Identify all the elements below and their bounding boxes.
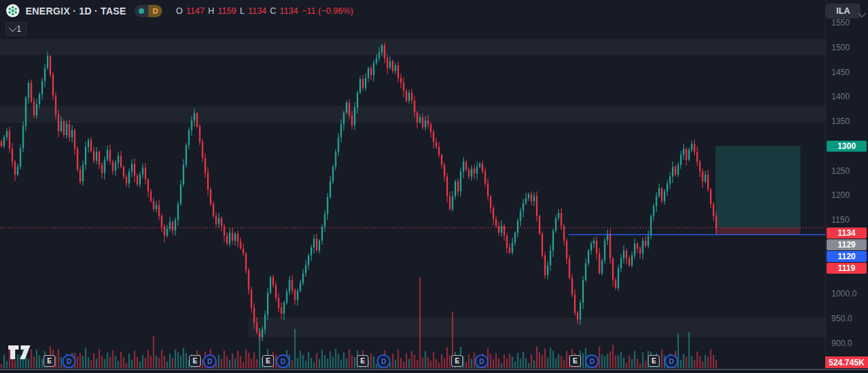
loss-zone[interactable] bbox=[716, 228, 800, 234]
candle-body bbox=[716, 216, 717, 228]
chevron-down-icon bbox=[9, 24, 17, 32]
chart-legend: ENERGIX · 1D · TASE D O1147 H1159 L1134 … bbox=[6, 3, 353, 18]
candle-body bbox=[675, 167, 676, 174]
earnings-marker[interactable]: E bbox=[569, 355, 581, 367]
candle bbox=[539, 214, 540, 235]
candle-body bbox=[520, 211, 521, 221]
candle-body bbox=[264, 314, 266, 329]
volume-bar bbox=[408, 359, 410, 368]
candle-body bbox=[55, 96, 57, 114]
volume-bar bbox=[493, 359, 494, 368]
price-chart[interactable] bbox=[0, 0, 868, 373]
profit-zone[interactable] bbox=[716, 146, 800, 228]
earnings-marker[interactable]: E bbox=[189, 355, 201, 367]
volume-bar bbox=[707, 356, 709, 368]
volume-bar bbox=[683, 354, 684, 368]
volume-bar bbox=[142, 355, 144, 368]
volume-bar bbox=[319, 359, 320, 368]
dividend-marker[interactable]: D bbox=[62, 354, 76, 368]
candle bbox=[74, 129, 75, 155]
dividend-marker[interactable]: D bbox=[377, 354, 391, 368]
volume-bar bbox=[400, 358, 402, 368]
volume-bar bbox=[82, 356, 83, 368]
volume-bar bbox=[224, 350, 225, 368]
volume-bar bbox=[152, 336, 154, 368]
candle-body bbox=[476, 167, 477, 174]
candle-body bbox=[615, 280, 616, 288]
candle bbox=[452, 191, 453, 212]
volume-bar bbox=[511, 356, 513, 368]
current-price-label[interactable]: 1134 bbox=[827, 228, 867, 239]
candle-body bbox=[224, 226, 225, 236]
candle-body bbox=[221, 218, 222, 225]
candle bbox=[365, 73, 366, 91]
currency-button[interactable]: ILA bbox=[826, 3, 860, 19]
candle-body bbox=[533, 196, 535, 201]
chevron-down-icon[interactable] bbox=[858, 8, 864, 20]
candle bbox=[137, 174, 138, 187]
candle-body bbox=[647, 236, 649, 245]
candle bbox=[322, 224, 323, 244]
candle bbox=[699, 160, 700, 177]
dividend-marker[interactable]: D bbox=[276, 354, 290, 368]
long-position-tool[interactable] bbox=[716, 146, 800, 235]
candle bbox=[612, 257, 613, 287]
candle-body bbox=[180, 185, 181, 205]
candle bbox=[661, 187, 662, 203]
candle-body bbox=[308, 255, 309, 265]
candle bbox=[514, 231, 515, 245]
earnings-marker[interactable]: E bbox=[262, 355, 274, 367]
line-price-label[interactable]: 1120 bbox=[827, 251, 867, 262]
volume-bar bbox=[433, 352, 434, 368]
candle bbox=[235, 232, 236, 245]
candle-body bbox=[226, 236, 228, 243]
adjustment-toggle[interactable]: D bbox=[135, 5, 162, 17]
legend-collapse-button[interactable]: 1 bbox=[6, 22, 27, 36]
price-tick: 1450 bbox=[831, 68, 850, 77]
target-price-label[interactable]: 1300 bbox=[827, 141, 867, 152]
volume-bar bbox=[550, 347, 551, 368]
earnings-marker[interactable]: E bbox=[648, 355, 660, 367]
candle bbox=[569, 255, 570, 280]
candle-body bbox=[558, 213, 559, 218]
candle bbox=[275, 281, 277, 301]
candle bbox=[9, 127, 10, 153]
candle-body bbox=[242, 248, 244, 253]
dividend-marker[interactable]: D bbox=[475, 354, 489, 368]
volume-bar bbox=[501, 363, 502, 368]
candle-body bbox=[642, 241, 644, 254]
entry-price-label[interactable]: 1129 bbox=[827, 239, 867, 250]
earnings-marker[interactable]: E bbox=[357, 355, 368, 367]
candle bbox=[680, 151, 682, 169]
candle bbox=[128, 168, 130, 188]
candle bbox=[359, 76, 361, 94]
candle-body bbox=[199, 126, 200, 142]
candle bbox=[3, 134, 5, 148]
volume-bar bbox=[335, 349, 336, 368]
earnings-marker[interactable]: E bbox=[451, 355, 463, 367]
earnings-marker[interactable]: E bbox=[43, 355, 55, 367]
candle-body bbox=[270, 277, 271, 293]
volume-bar bbox=[424, 351, 426, 368]
candle bbox=[172, 221, 173, 235]
candle-body bbox=[544, 255, 546, 275]
dividend-marker[interactable]: D bbox=[585, 354, 599, 368]
price-axis[interactable]: 155015001450140013501250120011501000.095… bbox=[825, 0, 868, 373]
dividend-marker[interactable]: D bbox=[203, 354, 217, 368]
dividend-marker[interactable]: D bbox=[664, 354, 678, 368]
candle-body bbox=[262, 330, 263, 337]
candle-body bbox=[580, 303, 581, 319]
candle bbox=[544, 252, 546, 279]
stop-price-label[interactable]: 1119 bbox=[827, 263, 867, 274]
volume-bar bbox=[411, 351, 413, 368]
candle bbox=[237, 231, 239, 248]
candle-body bbox=[351, 115, 353, 125]
candle bbox=[82, 160, 83, 185]
candle-body bbox=[650, 216, 651, 236]
candle bbox=[177, 201, 179, 225]
volume-bar bbox=[689, 332, 690, 368]
symbol-title[interactable]: ENERGIX · 1D · TASE bbox=[26, 6, 126, 17]
volume-bar bbox=[506, 359, 508, 368]
tradingview-logo[interactable] bbox=[7, 343, 32, 362]
candle-body bbox=[403, 83, 404, 90]
